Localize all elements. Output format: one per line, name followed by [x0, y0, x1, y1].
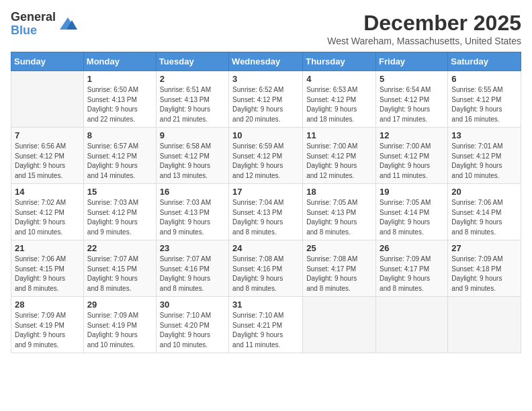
weekday-header-row: SundayMondayTuesdayWednesdayThursdayFrid… [11, 52, 521, 71]
day-info: Sunrise: 7:04 AM Sunset: 4:13 PM Dayligh… [232, 198, 299, 237]
day-info: Sunrise: 7:03 AM Sunset: 4:12 PM Dayligh… [87, 198, 152, 237]
calendar-cell: 22Sunrise: 7:07 AM Sunset: 4:15 PM Dayli… [83, 240, 156, 297]
day-info: Sunrise: 7:08 AM Sunset: 4:16 PM Dayligh… [232, 255, 299, 293]
day-info: Sunrise: 7:10 AM Sunset: 4:20 PM Dayligh… [160, 311, 225, 350]
day-number: 22 [87, 243, 152, 253]
weekday-header-tuesday: Tuesday [156, 52, 228, 71]
weekday-header-friday: Friday [376, 52, 448, 71]
day-info: Sunrise: 6:54 AM Sunset: 4:12 PM Dayligh… [380, 85, 444, 124]
calendar-cell: 9Sunrise: 6:58 AM Sunset: 4:12 PM Daylig… [156, 128, 228, 184]
day-info: Sunrise: 6:51 AM Sunset: 4:13 PM Dayligh… [160, 85, 225, 124]
day-info: Sunrise: 6:57 AM Sunset: 4:12 PM Dayligh… [87, 142, 152, 181]
calendar-cell: 10Sunrise: 6:59 AM Sunset: 4:12 PM Dayli… [229, 128, 303, 184]
day-info: Sunrise: 7:10 AM Sunset: 4:21 PM Dayligh… [232, 311, 299, 350]
day-number: 2 [160, 74, 225, 84]
day-number: 8 [87, 130, 152, 140]
calendar-cell: 31Sunrise: 7:10 AM Sunset: 4:21 PM Dayli… [229, 297, 303, 353]
calendar-cell: 15Sunrise: 7:03 AM Sunset: 4:12 PM Dayli… [83, 184, 156, 240]
day-info: Sunrise: 7:08 AM Sunset: 4:17 PM Dayligh… [306, 255, 372, 293]
weekday-header-wednesday: Wednesday [229, 52, 303, 71]
calendar-cell [11, 71, 84, 128]
day-number: 7 [15, 130, 80, 140]
calendar-cell: 13Sunrise: 7:01 AM Sunset: 4:12 PM Dayli… [448, 128, 521, 184]
calendar-week-5: 28Sunrise: 7:09 AM Sunset: 4:19 PM Dayli… [11, 297, 521, 353]
calendar-cell: 12Sunrise: 7:00 AM Sunset: 4:12 PM Dayli… [376, 128, 448, 184]
day-info: Sunrise: 7:09 AM Sunset: 4:18 PM Dayligh… [451, 255, 517, 293]
day-number: 28 [15, 300, 80, 310]
calendar-cell: 26Sunrise: 7:09 AM Sunset: 4:17 PM Dayli… [376, 240, 448, 297]
day-number: 4 [306, 74, 372, 84]
calendar-cell: 23Sunrise: 7:07 AM Sunset: 4:16 PM Dayli… [156, 240, 228, 297]
calendar-cell: 28Sunrise: 7:09 AM Sunset: 4:19 PM Dayli… [11, 297, 84, 353]
day-number: 17 [232, 187, 299, 197]
day-number: 23 [160, 243, 225, 253]
calendar-cell: 21Sunrise: 7:06 AM Sunset: 4:15 PM Dayli… [11, 240, 84, 297]
day-number: 25 [306, 243, 372, 253]
calendar-cell [376, 297, 448, 353]
day-number: 5 [380, 74, 444, 84]
day-number: 12 [380, 130, 444, 140]
weekday-header-monday: Monday [83, 52, 156, 71]
calendar-cell: 8Sunrise: 6:57 AM Sunset: 4:12 PM Daylig… [83, 128, 156, 184]
day-info: Sunrise: 7:06 AM Sunset: 4:15 PM Dayligh… [15, 255, 80, 293]
day-number: 9 [160, 130, 225, 140]
day-info: Sunrise: 7:02 AM Sunset: 4:12 PM Dayligh… [15, 198, 80, 237]
day-info: Sunrise: 7:07 AM Sunset: 4:16 PM Dayligh… [160, 255, 225, 293]
day-info: Sunrise: 6:52 AM Sunset: 4:12 PM Dayligh… [232, 85, 299, 124]
day-number: 6 [451, 74, 517, 84]
day-number: 26 [380, 243, 444, 253]
day-number: 1 [87, 74, 152, 84]
day-number: 15 [87, 187, 152, 197]
day-number: 20 [451, 187, 517, 197]
day-info: Sunrise: 7:09 AM Sunset: 4:19 PM Dayligh… [87, 311, 152, 350]
calendar-cell: 6Sunrise: 6:55 AM Sunset: 4:12 PM Daylig… [448, 71, 521, 128]
day-number: 11 [306, 130, 372, 140]
day-info: Sunrise: 6:56 AM Sunset: 4:12 PM Dayligh… [15, 142, 80, 181]
calendar-week-2: 7Sunrise: 6:56 AM Sunset: 4:12 PM Daylig… [11, 128, 521, 184]
logo: General Blue [11, 11, 77, 38]
weekday-header-sunday: Sunday [11, 52, 84, 71]
calendar-cell: 19Sunrise: 7:05 AM Sunset: 4:14 PM Dayli… [376, 184, 448, 240]
calendar-cell: 7Sunrise: 6:56 AM Sunset: 4:12 PM Daylig… [11, 128, 84, 184]
day-number: 31 [232, 300, 299, 310]
calendar-cell: 14Sunrise: 7:02 AM Sunset: 4:12 PM Dayli… [11, 184, 84, 240]
day-info: Sunrise: 6:50 AM Sunset: 4:13 PM Dayligh… [87, 85, 152, 124]
weekday-header-thursday: Thursday [303, 52, 376, 71]
calendar-cell: 5Sunrise: 6:54 AM Sunset: 4:12 PM Daylig… [376, 71, 448, 128]
day-number: 30 [160, 300, 225, 310]
calendar-cell: 25Sunrise: 7:08 AM Sunset: 4:17 PM Dayli… [303, 240, 376, 297]
day-info: Sunrise: 7:05 AM Sunset: 4:14 PM Dayligh… [380, 198, 444, 237]
calendar-cell: 18Sunrise: 7:05 AM Sunset: 4:13 PM Dayli… [303, 184, 376, 240]
day-number: 13 [451, 130, 517, 140]
calendar-cell: 29Sunrise: 7:09 AM Sunset: 4:19 PM Dayli… [83, 297, 156, 353]
day-info: Sunrise: 7:09 AM Sunset: 4:17 PM Dayligh… [380, 255, 444, 293]
page-header: General Blue December 2025 West Wareham,… [11, 11, 521, 46]
day-info: Sunrise: 7:01 AM Sunset: 4:12 PM Dayligh… [451, 142, 517, 181]
calendar-week-1: 1Sunrise: 6:50 AM Sunset: 4:13 PM Daylig… [11, 71, 521, 128]
calendar-cell: 2Sunrise: 6:51 AM Sunset: 4:13 PM Daylig… [156, 71, 228, 128]
day-info: Sunrise: 6:53 AM Sunset: 4:12 PM Dayligh… [306, 85, 372, 124]
calendar-body: 1Sunrise: 6:50 AM Sunset: 4:13 PM Daylig… [11, 71, 521, 353]
day-info: Sunrise: 6:58 AM Sunset: 4:12 PM Dayligh… [160, 142, 225, 181]
day-info: Sunrise: 6:59 AM Sunset: 4:12 PM Dayligh… [232, 142, 299, 181]
calendar-week-3: 14Sunrise: 7:02 AM Sunset: 4:12 PM Dayli… [11, 184, 521, 240]
title-block: December 2025 West Wareham, Massachusett… [327, 11, 521, 46]
day-number: 10 [232, 130, 299, 140]
logo-icon [58, 15, 77, 34]
logo-blue-text: Blue [11, 24, 56, 38]
day-number: 29 [87, 300, 152, 310]
calendar-cell: 1Sunrise: 6:50 AM Sunset: 4:13 PM Daylig… [83, 71, 156, 128]
day-info: Sunrise: 6:55 AM Sunset: 4:12 PM Dayligh… [451, 85, 517, 124]
day-number: 24 [232, 243, 299, 253]
day-info: Sunrise: 7:03 AM Sunset: 4:13 PM Dayligh… [160, 198, 225, 237]
calendar-table: SundayMondayTuesdayWednesdayThursdayFrid… [11, 52, 521, 353]
calendar-header: SundayMondayTuesdayWednesdayThursdayFrid… [11, 52, 521, 71]
calendar-cell [448, 297, 521, 353]
calendar-cell: 16Sunrise: 7:03 AM Sunset: 4:13 PM Dayli… [156, 184, 228, 240]
day-info: Sunrise: 7:05 AM Sunset: 4:13 PM Dayligh… [306, 198, 372, 237]
day-info: Sunrise: 7:00 AM Sunset: 4:12 PM Dayligh… [306, 142, 372, 181]
calendar-cell: 20Sunrise: 7:06 AM Sunset: 4:14 PM Dayli… [448, 184, 521, 240]
calendar-cell: 11Sunrise: 7:00 AM Sunset: 4:12 PM Dayli… [303, 128, 376, 184]
day-number: 14 [15, 187, 80, 197]
calendar-cell: 24Sunrise: 7:08 AM Sunset: 4:16 PM Dayli… [229, 240, 303, 297]
